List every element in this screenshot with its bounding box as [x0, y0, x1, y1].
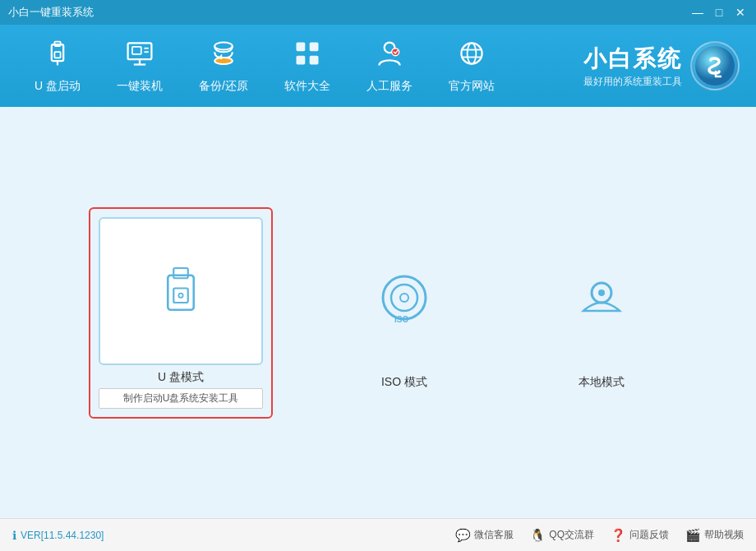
- u-disk-svg: [152, 262, 210, 320]
- brand-logo: [690, 41, 740, 90]
- u-disk-desc: 制作启动U盘系统安装工具: [99, 388, 263, 409]
- nav-bar: U 盘启动 一键装机: [0, 25, 756, 107]
- svg-point-10: [214, 42, 233, 49]
- nav-item-software[interactable]: 软件大全: [266, 30, 348, 102]
- svg-rect-12: [296, 42, 305, 51]
- mode-card-iso[interactable]: ISO ISO 模式: [339, 235, 470, 390]
- nav-item-u-boot[interactable]: U 盘启动: [16, 30, 99, 102]
- nav-label-software: 软件大全: [284, 79, 330, 94]
- svg-point-26: [178, 293, 182, 297]
- nav-label-one-click: 一键装机: [117, 79, 163, 94]
- minimize-button[interactable]: —: [690, 5, 705, 20]
- feedback-label: 问题反馈: [629, 528, 669, 542]
- u-disk-selected-wrapper: U 盘模式 制作启动U盘系统安装工具: [89, 207, 273, 419]
- brand-text: 小白系统 最好用的系统重装工具: [583, 44, 682, 89]
- iso-label: ISO 模式: [381, 375, 427, 390]
- u-disk-label: U 盘模式: [99, 370, 263, 385]
- svg-point-27: [383, 276, 426, 319]
- wechat-icon: 💬: [455, 528, 471, 543]
- nav-label-backup: 备份/还原: [199, 79, 248, 94]
- footer-qq[interactable]: 🐧 QQ交流群: [530, 528, 594, 543]
- svg-rect-25: [173, 288, 188, 303]
- mode-card-local[interactable]: 本地模式: [536, 235, 667, 390]
- local-label: 本地模式: [579, 375, 625, 390]
- window-controls: — □ ✕: [690, 5, 748, 20]
- close-button[interactable]: ✕: [733, 5, 748, 20]
- u-disk-inner: [99, 217, 263, 365]
- apps-icon: [293, 39, 322, 74]
- svg-text:ISO: ISO: [394, 315, 408, 324]
- nav-label-website: 官方网站: [449, 79, 495, 94]
- svg-point-19: [467, 43, 476, 63]
- svg-point-32: [598, 289, 605, 296]
- app-title: 小白一键重装系统: [8, 5, 94, 20]
- local-svg: [569, 268, 634, 334]
- qq-label: QQ交流群: [549, 528, 594, 542]
- help-video-label: 帮助视频: [704, 528, 744, 542]
- svg-rect-14: [296, 55, 305, 64]
- footer-feedback[interactable]: ❓ 问题反馈: [611, 528, 669, 543]
- svg-point-11: [214, 57, 233, 63]
- nav-label-u-boot: U 盘启动: [35, 79, 81, 94]
- version-info: ℹ VER[11.5.44.1230]: [12, 529, 104, 542]
- status-bar: ℹ VER[11.5.44.1230] 💬 微信客服 🐧 QQ交流群 ❓ 问题反…: [0, 518, 756, 551]
- svg-rect-13: [310, 42, 319, 51]
- svg-point-29: [400, 294, 408, 302]
- help-video-icon: 🎬: [685, 528, 701, 543]
- iso-svg: ISO: [371, 268, 437, 334]
- svg-rect-2: [54, 52, 60, 58]
- usb-icon: [43, 39, 72, 74]
- nav-items: U 盘启动 一键装机: [16, 30, 583, 102]
- nav-item-website[interactable]: 官方网站: [431, 30, 513, 102]
- title-bar: 小白一键重装系统 — □ ✕: [0, 0, 756, 25]
- footer-links: 💬 微信客服 🐧 QQ交流群 ❓ 问题反馈 🎬 帮助视频: [455, 528, 744, 543]
- iso-inner: ISO: [339, 235, 470, 367]
- nav-item-backup[interactable]: 备份/还原: [181, 30, 266, 102]
- person-icon: [375, 39, 404, 74]
- brand-name: 小白系统: [583, 44, 682, 75]
- svg-rect-24: [173, 268, 188, 278]
- wechat-label: 微信客服: [474, 528, 514, 542]
- nav-item-service[interactable]: 人工服务: [348, 30, 431, 102]
- brand-sub: 最好用的系统重装工具: [583, 75, 682, 89]
- mode-card-u-disk[interactable]: U 盘模式 制作启动U盘系统安装工具: [89, 207, 273, 419]
- version-text: VER[11.5.44.1230]: [21, 530, 104, 541]
- local-inner: [536, 235, 667, 367]
- nav-label-service: 人工服务: [366, 79, 413, 94]
- brand-area: 小白系统 最好用的系统重装工具: [583, 41, 740, 90]
- svg-point-17: [392, 48, 399, 55]
- info-icon: ℹ: [12, 529, 16, 542]
- maximize-button[interactable]: □: [712, 5, 726, 20]
- svg-point-18: [461, 43, 482, 63]
- footer-help-video[interactable]: 🎬 帮助视频: [685, 528, 744, 543]
- footer-wechat[interactable]: 💬 微信客服: [455, 528, 514, 543]
- svg-rect-15: [310, 55, 319, 64]
- svg-point-28: [391, 285, 417, 311]
- qq-icon: 🐧: [530, 528, 546, 543]
- svg-rect-7: [132, 46, 141, 53]
- database-icon: [209, 39, 238, 74]
- main-content: U 盘模式 制作启动U盘系统安装工具 ISO ISO 模式 本地模式: [0, 107, 756, 518]
- monitor-icon: [125, 39, 154, 74]
- nav-item-one-click[interactable]: 一键装机: [99, 30, 181, 102]
- globe-icon: [457, 39, 486, 74]
- feedback-icon: ❓: [611, 528, 626, 543]
